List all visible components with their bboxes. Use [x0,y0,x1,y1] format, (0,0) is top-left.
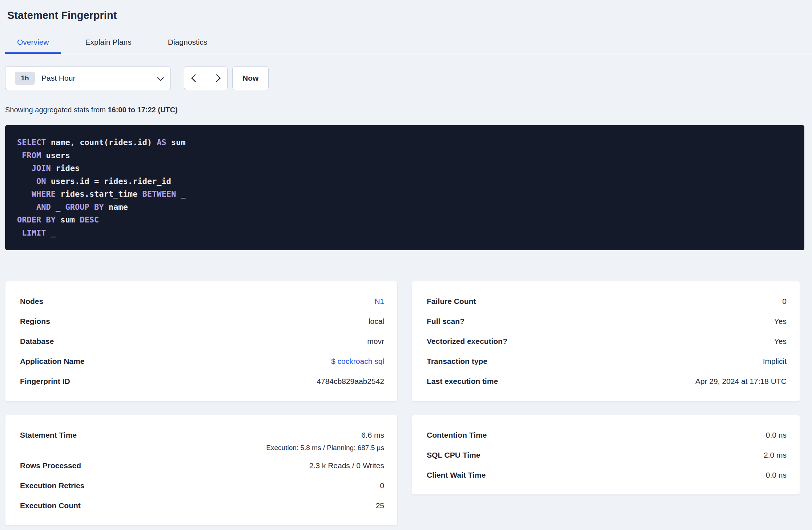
aggregated-stats-range: 16:00 to 17:22 (UTC) [108,106,177,114]
database-value: movr [367,337,384,346]
nodes-value: N1 [374,297,384,306]
stat-row-contention-time: Contention Time0.0 ns [412,425,800,445]
wait-timing-card: Contention Time0.0 nsSQL CPU Time2.0 msC… [412,415,800,495]
statement-timing-card: Statement Time6.6 msExecution: 5.8 ms / … [5,415,398,526]
statement-time-value: 6.6 msExecution: 5.8 ms / Planning: 687.… [266,430,384,452]
failure-count-value: 0 [782,297,787,306]
sql-code: SELECT name, count(rides.id) AS sum FROM… [17,136,792,239]
rows-processed-value-text: 2.3 k Reads / 0 Writes [309,461,384,470]
fingerprint-id-value: 4784cb829aab2542 [317,377,384,386]
execution-count-value-text: 25 [376,501,384,510]
sql-line: LIMIT _ [17,226,792,240]
execution-retries-value-text: 0 [380,481,384,490]
details-cards-row: NodesN1RegionslocalDatabasemovrApplicati… [5,281,812,402]
full-scan-value-text: Yes [774,317,787,325]
database-label: Database [20,337,54,346]
statement-time-subvalue: Execution: 5.8 ms / Planning: 687.5 µs [266,443,384,452]
contention-time-value: 0.0 ns [766,430,787,439]
sql-cpu-time-value: 2.0 ms [764,450,787,459]
stat-row-vectorized-execution: Vectorized execution?Yes [412,331,800,351]
stat-row-transaction-type: Transaction typeImplicit [412,351,800,371]
execution-count-label: Execution Count [20,501,81,510]
nodes-link[interactable]: N1 [374,297,384,305]
failure-count-label: Failure Count [427,297,476,306]
tab-explain-plans[interactable]: Explain Plans [73,37,144,54]
time-step-buttons [184,66,228,90]
last-execution-time-value: Apr 29, 2024 at 17:18 UTC [695,377,787,386]
transaction-type-value-text: Implicit [763,357,787,365]
statement-time-value-text: 6.6 ms [361,431,384,439]
statement-details-card: NodesN1RegionslocalDatabasemovrApplicati… [5,281,398,402]
transaction-type-value: Implicit [763,357,787,366]
stat-row-client-wait-time: Client Wait Time0.0 ns [412,465,800,485]
execution-retries-label: Execution Retries [20,481,84,490]
regions-value: local [369,317,384,326]
full-scan-label: Full scan? [427,317,465,326]
contention-time-label: Contention Time [427,430,487,439]
stat-row-sql-cpu-time: SQL CPU Time2.0 ms [412,445,800,465]
time-range-label: Past Hour [41,74,75,83]
rows-processed-label: Rows Processed [20,461,81,470]
now-button[interactable]: Now [232,66,269,90]
vectorized-execution-value-text: Yes [774,337,787,345]
tab-bar: Overview Explain Plans Diagnostics [0,37,812,54]
vectorized-execution-value: Yes [774,337,787,346]
regions-value-text: local [369,317,384,325]
sql-line: FROM users [17,149,792,162]
stat-row-database: Databasemovr [5,331,397,351]
tab-overview[interactable]: Overview [5,37,61,54]
client-wait-time-value-text: 0.0 ns [766,471,787,479]
client-wait-time-label: Client Wait Time [427,470,486,479]
statement-time-label: Statement Time [20,430,77,439]
sql-line: JOIN rides [17,162,792,175]
client-wait-time-value: 0.0 ns [766,470,787,479]
stat-row-execution-count: Execution Count25 [5,495,397,515]
stat-row-nodes: NodesN1 [5,291,397,311]
application-name-label: Application Name [20,357,84,366]
sql-line: SELECT name, count(rides.id) AS sum [17,136,792,149]
stat-row-execution-retries: Execution Retries0 [5,475,397,495]
sql-cpu-time-label: SQL CPU Time [427,450,480,459]
chevron-right-icon [213,74,221,83]
statement-fingerprint-page: Statement Fingerprint Overview Explain P… [0,9,812,530]
sql-line: ORDER BY sum DESC [17,213,792,226]
execution-count-value: 25 [376,501,384,510]
sql-line: ON users.id = rides.rider_id [17,175,792,188]
stat-row-application-name: Application Name$ cockroach sql [5,351,397,371]
previous-time-button[interactable] [184,67,206,90]
stat-row-last-execution-time: Last execution timeApr 29, 2024 at 17:18… [412,371,800,391]
application-name-link[interactable]: $ cockroach sql [331,357,384,365]
fingerprint-id-label: Fingerprint ID [20,377,70,386]
sql-line: WHERE rides.start_time BETWEEN _ [17,188,792,201]
stat-row-regions: Regionslocal [5,311,397,331]
regions-label: Regions [20,317,50,326]
tab-diagnostics[interactable]: Diagnostics [156,37,220,54]
sql-cpu-time-value-text: 2.0 ms [764,451,787,459]
sql-statement-box: SELECT name, count(rides.id) AS sum FROM… [5,125,804,250]
aggregated-stats-line: Showing aggregated stats from 16:00 to 1… [5,105,807,115]
transaction-type-label: Transaction type [427,357,487,366]
sql-line: AND _ GROUP BY name [17,201,792,214]
page-title: Statement Fingerprint [7,9,812,22]
next-time-button[interactable] [206,67,227,90]
aggregated-stats-prefix: Showing aggregated stats from [5,106,108,114]
last-execution-time-label: Last execution time [427,377,498,386]
stat-row-fingerprint-id: Fingerprint ID4784cb829aab2542 [5,371,397,391]
timing-cards-row: Statement Time6.6 msExecution: 5.8 ms / … [5,415,812,526]
time-range-dropdown[interactable]: 1h Past Hour [5,66,171,90]
time-range-badge: 1h [15,72,35,85]
stat-row-rows-processed: Rows Processed2.3 k Reads / 0 Writes [5,455,397,475]
fingerprint-id-value-text: 4784cb829aab2542 [317,377,384,385]
chevron-down-icon [157,74,164,81]
execution-retries-value: 0 [380,481,384,490]
database-value-text: movr [367,337,384,345]
execution-attributes-card: Failure Count0Full scan?YesVectorized ex… [412,281,800,402]
stat-row-statement-time: Statement Time6.6 msExecution: 5.8 ms / … [5,425,397,455]
failure-count-value-text: 0 [782,297,787,305]
stat-row-failure-count: Failure Count0 [412,291,800,311]
time-picker-row: 1h Past Hour Now [5,66,807,90]
chevron-left-icon [191,74,199,83]
application-name-value: $ cockroach sql [331,357,384,366]
rows-processed-value: 2.3 k Reads / 0 Writes [309,461,384,470]
vectorized-execution-label: Vectorized execution? [427,337,507,346]
